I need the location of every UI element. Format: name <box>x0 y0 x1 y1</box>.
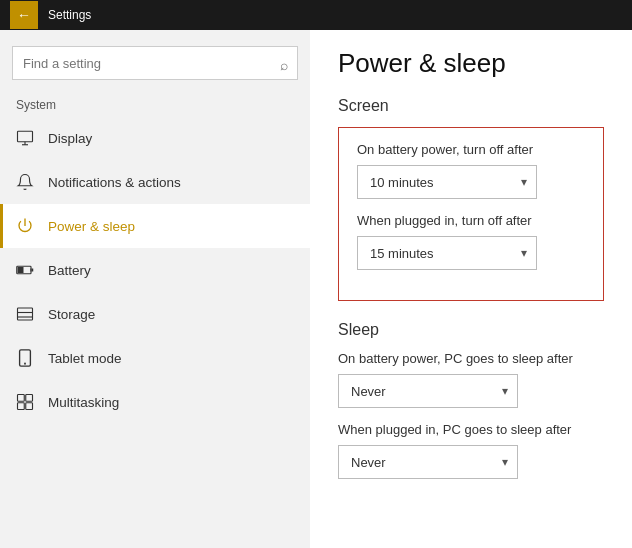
sidebar-item-battery[interactable]: Battery <box>0 248 310 292</box>
plugged-sleep-dropdown-wrap: 1 minute 2 minutes 5 minutes 10 minutes … <box>338 445 518 479</box>
notifications-icon <box>16 173 34 191</box>
multitasking-icon <box>16 393 34 411</box>
battery-sleep-label: On battery power, PC goes to sleep after <box>338 351 604 366</box>
multitasking-label: Multitasking <box>48 395 119 410</box>
back-icon: ← <box>17 7 31 23</box>
battery-icon <box>16 261 34 279</box>
title-bar: ← Settings <box>0 0 632 30</box>
sidebar-item-power[interactable]: Power & sleep <box>0 204 310 248</box>
sidebar-item-tablet[interactable]: Tablet mode <box>0 336 310 380</box>
sidebar-item-notifications[interactable]: Notifications & actions <box>0 160 310 204</box>
svg-rect-14 <box>26 403 33 410</box>
battery-sleep-dropdown-wrap: 1 minute 2 minutes 5 minutes 10 minutes … <box>338 374 518 408</box>
sleep-section: Sleep On battery power, PC goes to sleep… <box>338 321 604 493</box>
display-label: Display <box>48 131 92 146</box>
plugged-sleep-dropdown[interactable]: 1 minute 2 minutes 5 minutes 10 minutes … <box>338 445 518 479</box>
svg-rect-13 <box>18 403 25 410</box>
svg-rect-6 <box>18 308 33 320</box>
main-layout: ⌕ System Display Notifications & <box>0 30 632 548</box>
svg-rect-12 <box>26 395 33 402</box>
sleep-section-title: Sleep <box>338 321 604 339</box>
svg-rect-0 <box>18 131 33 142</box>
sidebar-item-display[interactable]: Display <box>0 116 310 160</box>
screen-section-box: On battery power, turn off after 1 minut… <box>338 127 604 301</box>
tablet-icon <box>16 349 34 367</box>
tablet-label: Tablet mode <box>48 351 122 366</box>
battery-screen-label: On battery power, turn off after <box>357 142 585 157</box>
notifications-label: Notifications & actions <box>48 175 181 190</box>
sidebar-item-storage[interactable]: Storage <box>0 292 310 336</box>
page-title: Power & sleep <box>338 48 604 79</box>
storage-icon <box>16 305 34 323</box>
svg-rect-4 <box>18 267 24 273</box>
power-label: Power & sleep <box>48 219 135 234</box>
plugged-screen-dropdown-wrap: 1 minute 2 minutes 3 minutes 5 minutes 1… <box>357 236 537 270</box>
battery-sleep-dropdown[interactable]: 1 minute 2 minutes 5 minutes 10 minutes … <box>338 374 518 408</box>
back-button[interactable]: ← <box>10 1 38 29</box>
content-area: Power & sleep Screen On battery power, t… <box>310 30 632 548</box>
sidebar-item-multitasking[interactable]: Multitasking <box>0 380 310 424</box>
system-label: System <box>0 92 310 116</box>
search-input[interactable] <box>12 46 298 80</box>
svg-rect-11 <box>18 395 25 402</box>
battery-screen-dropdown[interactable]: 1 minute 2 minutes 3 minutes 5 minutes 1… <box>357 165 537 199</box>
plugged-screen-dropdown[interactable]: 1 minute 2 minutes 3 minutes 5 minutes 1… <box>357 236 537 270</box>
plugged-screen-label: When plugged in, turn off after <box>357 213 585 228</box>
storage-label: Storage <box>48 307 95 322</box>
display-icon <box>16 129 34 147</box>
plugged-sleep-label: When plugged in, PC goes to sleep after <box>338 422 604 437</box>
search-box-container: ⌕ <box>0 38 310 92</box>
battery-screen-dropdown-wrap: 1 minute 2 minutes 3 minutes 5 minutes 1… <box>357 165 537 199</box>
screen-section-title: Screen <box>338 97 604 115</box>
battery-label: Battery <box>48 263 91 278</box>
sidebar: ⌕ System Display Notifications & <box>0 30 310 548</box>
power-icon <box>16 217 34 235</box>
title-bar-text: Settings <box>48 8 91 22</box>
